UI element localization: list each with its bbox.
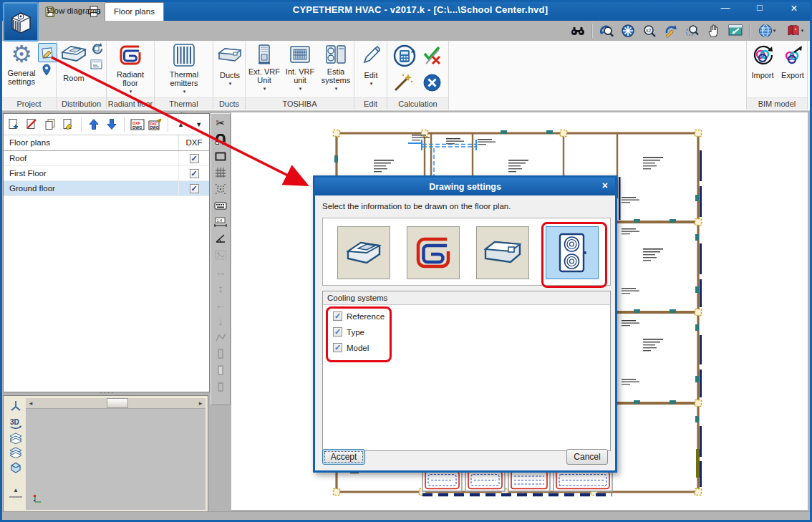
background-image-icon[interactable] (213, 248, 228, 262)
bim-import-button[interactable]: Import (748, 45, 777, 79)
delete-plan-button[interactable] (24, 117, 39, 132)
tab-floor-plans[interactable]: Floor plans (105, 2, 164, 21)
column-tool-2-icon[interactable] (213, 363, 228, 377)
layers-up-icon[interactable] (9, 432, 23, 444)
magnet-snap-icon[interactable] (213, 132, 228, 147)
wizard-button[interactable] (393, 72, 413, 92)
accept-button[interactable]: Accept (322, 449, 365, 465)
checkbox-row-type[interactable]: ✓ Type (333, 327, 610, 337)
int-vrf-dropdown-icon[interactable]: ▾ (299, 84, 302, 93)
close-button[interactable]: × (786, 2, 802, 15)
estia-systems-button[interactable]: Estia systems ▾ (319, 44, 353, 93)
protractor-icon[interactable] (213, 231, 228, 246)
radiant-floor-button[interactable]: Radiant floor ▾ (112, 42, 148, 96)
grid-icon[interactable] (213, 165, 228, 180)
add-plan-button[interactable] (6, 117, 21, 132)
move-down-icon[interactable]: ↓ (213, 314, 228, 328)
room-button[interactable]: Room (58, 44, 90, 82)
dialog-title-bar[interactable]: Drawing settings × (315, 178, 615, 195)
general-settings-button[interactable]: ⚙ General settings (5, 42, 38, 86)
collapse-button[interactable]: ▲ (173, 117, 188, 132)
model-checkbox[interactable]: ✓ (333, 343, 342, 352)
option-cooling-systems-button[interactable] (546, 226, 599, 279)
update-rooms-icon[interactable] (90, 42, 103, 55)
column-tool-3-icon[interactable] (213, 380, 228, 394)
edit-polyline-icon[interactable] (213, 330, 228, 344)
calculate-button[interactable] (392, 43, 417, 69)
dxf-checkbox-roof[interactable]: ✓ (190, 154, 199, 163)
cube-view-icon[interactable] (9, 461, 23, 474)
dialog-close-icon[interactable]: × (602, 180, 608, 191)
move-vertical-icon[interactable]: ↕ (213, 281, 228, 295)
zoom-extents-icon[interactable] (620, 24, 636, 38)
move-down-button[interactable] (105, 117, 119, 132)
dxf-checkbox-ground-floor[interactable]: ✓ (190, 184, 199, 193)
edit-plan-button[interactable] (61, 117, 75, 132)
ducts-button[interactable]: Ducts ▾ (216, 47, 244, 88)
keyboard-entry-icon[interactable] (213, 198, 228, 213)
zoom-previous-icon[interactable] (599, 24, 614, 38)
option-ducts-button[interactable] (476, 226, 529, 279)
edit-dropdown-icon[interactable]: ▾ (370, 79, 373, 88)
move-horizontal-icon[interactable]: ↔ (213, 264, 228, 279)
move-left-icon[interactable]: ← (213, 297, 228, 311)
option-radiant-floor-button[interactable] (407, 226, 460, 279)
copy-plan-button[interactable] (43, 117, 57, 132)
int-vrf-unit-button[interactable]: Int. VRF unit ▾ (283, 44, 317, 93)
tab-flow-diagrams[interactable]: Flow diagrams (39, 2, 110, 20)
help-book-icon[interactable]: ▾ (783, 24, 806, 38)
fit-window-icon[interactable] (728, 24, 743, 38)
dxf-checkbox-first-floor[interactable]: ✓ (190, 169, 199, 178)
option-rooms-button[interactable] (337, 226, 390, 279)
thermal-emitters-dropdown-icon[interactable]: ▾ (183, 87, 186, 96)
type-checkbox[interactable]: ✓ (333, 327, 342, 337)
table-row-ground-floor[interactable]: Ground floor ✓ (4, 181, 209, 196)
scissors-icon[interactable]: ✂ (213, 116, 228, 130)
dxf-layers-button[interactable]: DXFDWG (148, 117, 163, 132)
table-row-roof[interactable]: Roof ✓ (4, 151, 209, 166)
layers-down-icon[interactable] (9, 447, 23, 458)
room-list-icon[interactable] (90, 59, 102, 70)
object-snap-icon[interactable] (213, 182, 228, 196)
ext-vrf-dropdown-icon[interactable]: ▾ (264, 84, 266, 93)
radiant-floor-dropdown-icon[interactable]: ▾ (130, 87, 132, 96)
checkbox-row-model[interactable]: ✓ Model (333, 343, 610, 352)
ducts-dropdown-icon[interactable]: ▾ (229, 79, 232, 88)
redraw-icon[interactable] (663, 24, 679, 38)
ortho-icon[interactable] (213, 149, 228, 163)
expand-button[interactable]: ▼ (192, 117, 206, 132)
axes-icon[interactable] (9, 400, 23, 412)
checkbox-row-reference[interactable]: ✓ Reference (333, 311, 610, 321)
column-tool-1-icon[interactable] (213, 347, 228, 361)
thermal-emitters-button[interactable]: Thermal emitters ▾ (164, 42, 204, 96)
table-row-first-floor[interactable]: First Floor ✓ (4, 166, 209, 181)
ext-vrf-unit-button[interactable]: Ext. VRF Unit ▾ (247, 44, 281, 93)
app-logo-icon[interactable] (3, 2, 39, 42)
vscroll-up[interactable]: ▲ (9, 487, 22, 493)
drawing-settings-icon (42, 47, 54, 59)
dimension-icon[interactable]: 1.4 (213, 215, 228, 229)
find-icon[interactable] (570, 24, 586, 38)
cancel-button[interactable]: Cancel (566, 449, 608, 465)
zoom-window-icon[interactable] (685, 24, 700, 38)
bim-export-button[interactable]: Export (778, 45, 807, 79)
estia-dropdown-icon[interactable]: ▾ (335, 84, 338, 93)
check-results-button[interactable] (422, 45, 443, 65)
pin-icon[interactable] (42, 64, 52, 77)
cancel-calculation-button[interactable] (423, 74, 441, 92)
maximize-button[interactable]: □ (752, 2, 768, 15)
web-globe-icon[interactable]: ▾ (756, 24, 778, 38)
drawing-settings-button[interactable] (38, 43, 57, 62)
dxf-template-button[interactable]: DXFDWG (130, 117, 144, 132)
vscroll-thumb[interactable] (9, 496, 22, 498)
rotate-3d-icon[interactable]: 3D (9, 415, 23, 430)
move-up-button[interactable] (87, 117, 101, 132)
edit-button[interactable]: Edit ▾ (359, 44, 383, 88)
panel-splitter[interactable]: ···· (95, 391, 120, 395)
minimize-button[interactable]: — (717, 2, 733, 15)
preview-hscrollbar[interactable]: ◂ ▸ (26, 398, 206, 409)
reference-checkbox[interactable]: ✓ (333, 311, 342, 321)
zoom-x2-icon[interactable]: x2 (642, 24, 657, 38)
hscroll-thumb[interactable] (107, 398, 128, 408)
pan-hand-icon[interactable] (706, 24, 722, 38)
